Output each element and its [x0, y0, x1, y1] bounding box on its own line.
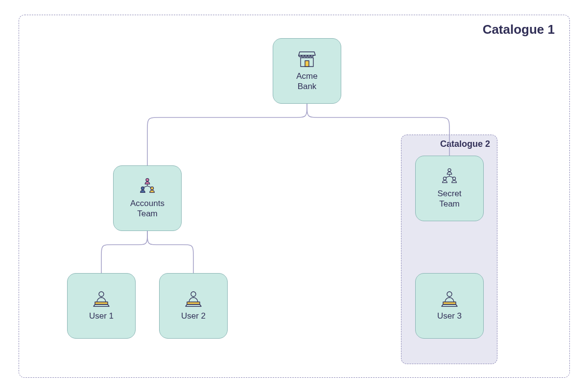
store-icon — [297, 50, 317, 68]
svg-point-10 — [191, 292, 196, 297]
svg-rect-1 — [305, 61, 309, 67]
user-laptop-icon — [439, 290, 460, 308]
diagram-canvas: Catalogue 1 Catalogue 2 — [0, 0, 588, 392]
node-label: Accounts Team — [130, 198, 165, 219]
node-label: User 3 — [437, 311, 462, 321]
node-label: Acme Bank — [296, 71, 317, 92]
svg-rect-13 — [443, 302, 456, 304]
node-label: Secret Team — [437, 188, 461, 209]
svg-point-2 — [146, 178, 149, 181]
svg-point-5 — [448, 168, 451, 171]
node-acme-bank: Acme Bank — [273, 38, 341, 104]
node-user-1: User 1 — [67, 273, 136, 339]
svg-point-8 — [99, 292, 104, 297]
catalogue-1-title: Catalogue 1 — [483, 22, 555, 37]
user-laptop-icon — [183, 290, 204, 308]
node-label: User 2 — [181, 311, 206, 321]
svg-point-12 — [447, 292, 452, 297]
svg-rect-9 — [95, 302, 108, 304]
team-icon — [439, 168, 460, 185]
node-label: User 1 — [89, 311, 114, 321]
node-accounts-team: Accounts Team — [113, 165, 182, 231]
svg-rect-11 — [187, 302, 200, 304]
node-user-2: User 2 — [159, 273, 228, 339]
catalogue-2-title: Catalogue 2 — [440, 139, 490, 149]
team-icon — [137, 178, 158, 195]
node-user-3: User 3 — [415, 273, 484, 339]
user-laptop-icon — [91, 290, 112, 308]
node-secret-team: Secret Team — [415, 156, 484, 221]
